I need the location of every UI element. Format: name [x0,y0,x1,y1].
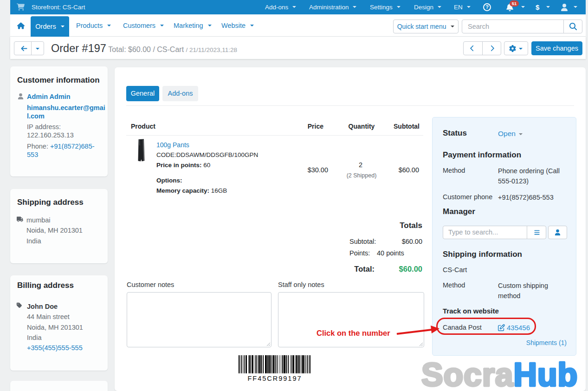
svg-text:SocraHub: SocraHub [421,357,578,391]
